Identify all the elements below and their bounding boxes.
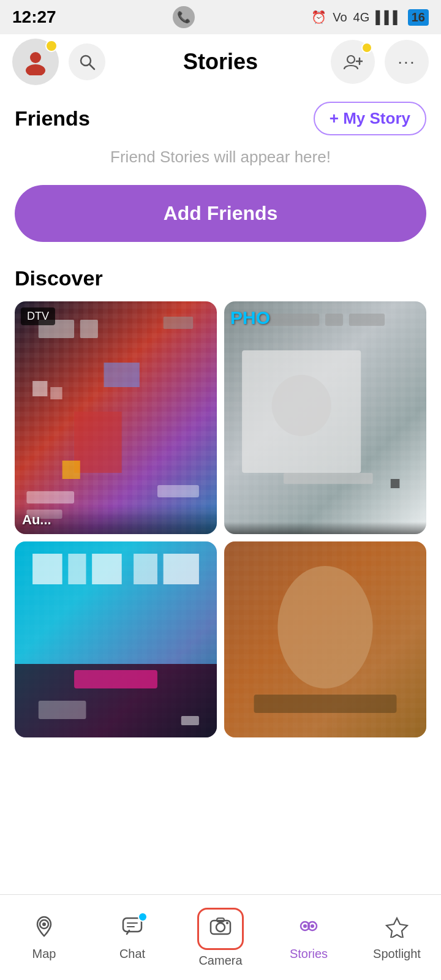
avatar-notification-dot [45,40,58,52]
svg-rect-32 [74,670,157,688]
svg-rect-21 [391,479,400,488]
discover-card-4[interactable] [224,541,426,737]
alarm-icon: ⏰ [311,10,326,24]
discover-grid: DTV Au... PHO [15,301,426,737]
svg-point-50 [311,924,314,928]
svg-rect-17 [157,485,199,497]
search-button[interactable] [69,43,105,80]
chat-notification-dot [138,912,148,922]
card-visual-3 [15,541,217,737]
add-friend-notification-dot [361,42,372,53]
svg-rect-12 [104,363,140,387]
camera-icon [209,914,232,943]
spotlight-label: Spotlight [373,947,421,961]
svg-rect-15 [26,491,74,503]
spotlight-icon [385,914,409,943]
add-friend-icon [343,52,363,72]
stories-label: Stories [290,947,328,961]
chat-icon [121,914,144,943]
add-friends-button[interactable]: Add Friends [15,185,426,242]
map-icon [32,914,56,943]
more-dots-icon: ··· [398,52,415,72]
svg-rect-19 [272,375,331,436]
svg-rect-28 [92,554,122,584]
svg-point-46 [226,922,228,924]
svg-point-44 [216,923,225,932]
svg-rect-33 [39,701,86,719]
nav-item-spotlight[interactable]: Spotlight [353,908,441,967]
svg-rect-13 [74,412,122,473]
empty-stories-message: Friend Stories will appear here! [15,148,426,167]
top-nav: Stories ··· [0,34,441,89]
card-image-1 [15,301,217,534]
card-label-1: Au... [22,512,209,528]
svg-point-4 [347,56,355,63]
signal-icon: Vo [333,10,347,24]
svg-point-1 [26,64,45,75]
card-overlay-2 [224,522,426,534]
person-icon [22,48,49,75]
discover-title: Discover [15,266,426,290]
svg-point-49 [303,924,307,928]
card-overlay-1: Au... [15,506,217,534]
card-image-3 [15,541,217,737]
svg-point-0 [30,52,41,63]
nav-item-camera[interactable]: Camera [176,902,265,974]
status-time: 12:27 [12,7,56,27]
friends-title: Friends [15,107,90,130]
svg-rect-26 [32,554,62,584]
discover-card-3[interactable] [15,541,217,737]
svg-rect-24 [349,314,385,326]
chat-label: Chat [119,947,145,961]
card-badge-2: PHO [230,307,270,328]
bars-icon: ▌▌▌ [375,10,402,24]
svg-rect-29 [134,554,157,584]
svg-rect-34 [181,716,199,725]
more-options-button[interactable]: ··· [385,40,429,84]
nav-item-map[interactable]: Map [0,908,88,967]
camera-label: Camera [198,954,242,968]
my-story-label: + My Story [330,109,410,128]
friends-section: Friends + My Story Friend Stories will a… [0,89,441,260]
status-bar: 12:27 📞 ⏰ Vo 4G ▌▌▌ 16 [0,0,441,34]
svg-rect-30 [164,554,199,584]
svg-rect-11 [50,387,62,399]
map-label: Map [32,947,56,961]
svg-rect-20 [284,473,373,484]
network-icon: 4G [353,10,370,24]
card-image-2 [224,301,426,534]
status-icons: ⏰ Vo 4G ▌▌▌ 16 [311,9,429,26]
svg-point-39 [42,922,46,926]
card-visual-1 [15,301,217,534]
camera-highlight [197,908,244,950]
svg-rect-37 [254,695,397,713]
stories-icon [297,914,320,943]
nav-item-chat[interactable]: Chat [88,908,176,967]
svg-marker-51 [386,918,407,938]
discover-section: Discover [0,260,441,737]
svg-line-3 [89,64,94,69]
svg-rect-14 [62,461,80,479]
my-story-button[interactable]: + My Story [314,102,426,135]
card-badge-1: DTV [21,307,55,325]
discover-card-1[interactable]: DTV Au... [15,301,217,534]
avatar-wrap[interactable] [12,39,59,85]
card-visual-2 [224,301,426,534]
search-icon [78,53,96,70]
svg-point-36 [277,566,372,688]
friends-header: Friends + My Story [15,102,426,135]
svg-rect-10 [32,381,47,396]
page-title: Stories [183,49,258,75]
discover-card-2[interactable]: PHO [224,301,426,534]
add-friend-button[interactable] [331,40,375,84]
svg-rect-9 [164,317,194,329]
battery-icon: 16 [408,9,429,26]
phone-icon: 📞 [173,6,195,28]
nav-right: ··· [331,40,429,84]
bottom-nav: Map Chat Camera [0,894,441,980]
svg-rect-23 [325,314,343,326]
card-visual-4 [224,541,426,737]
nav-left [12,39,105,85]
nav-item-stories[interactable]: Stories [265,908,353,967]
card-image-4 [224,541,426,737]
